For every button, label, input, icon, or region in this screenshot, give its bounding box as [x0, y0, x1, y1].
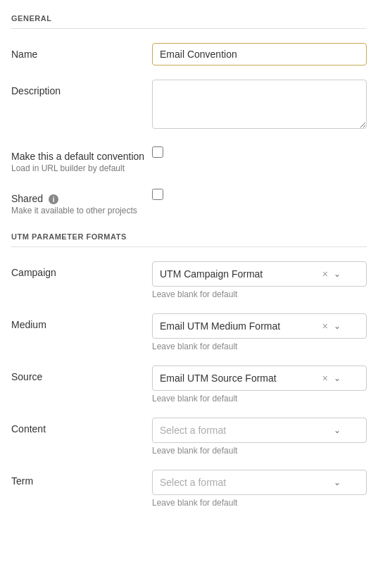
medium-clear-icon[interactable]: × — [322, 321, 328, 331]
shared-label-wrap: Shared i Make it available to other proj… — [11, 187, 152, 215]
campaign-select[interactable]: UTM Campaign Format × ⌄ — [152, 261, 367, 287]
campaign-hint: Leave blank for default — [152, 289, 367, 299]
name-label: Name — [11, 43, 152, 60]
term-select[interactable]: Select a format ⌄ — [152, 470, 367, 495]
utm-section-title: UTM PARAMETER FORMATS — [11, 232, 367, 247]
default-convention-label-wrap: Make this a default convention Load in U… — [11, 145, 152, 173]
campaign-select-actions: × ⌄ — [322, 269, 341, 279]
content-chevron-icon: ⌄ — [334, 425, 341, 435]
term-control: Select a format ⌄ Leave blank for defaul… — [152, 470, 367, 508]
description-textarea[interactable] — [152, 80, 367, 129]
medium-select-wrapper: Email UTM Medium Format × ⌄ — [152, 313, 367, 339]
medium-hint: Leave blank for default — [152, 342, 367, 351]
term-chevron-icon: ⌄ — [334, 477, 341, 487]
source-clear-icon[interactable]: × — [322, 373, 328, 383]
source-control: Email UTM Source Format × ⌄ Leave blank … — [152, 365, 367, 404]
campaign-control: UTM Campaign Format × ⌄ Leave blank for … — [152, 261, 367, 299]
general-section: GENERAL Name Description Make this a def… — [11, 14, 367, 215]
content-select[interactable]: Select a format ⌄ — [152, 418, 367, 443]
term-select-placeholder: Select a format — [160, 477, 334, 488]
campaign-label: Campaign — [11, 261, 152, 278]
utm-section: UTM PARAMETER FORMATS Campaign UTM Campa… — [11, 232, 367, 508]
name-input[interactable] — [152, 43, 367, 65]
content-control: Select a format ⌄ Leave blank for defaul… — [152, 418, 367, 456]
campaign-clear-icon[interactable]: × — [322, 269, 328, 279]
medium-label: Medium — [11, 313, 152, 330]
term-hint: Leave blank for default — [152, 498, 367, 508]
term-select-actions: ⌄ — [334, 477, 341, 487]
description-row: Description — [11, 80, 367, 131]
default-convention-label: Make this a default convention — [11, 151, 152, 162]
source-hint: Leave blank for default — [152, 394, 367, 404]
content-hint: Leave blank for default — [152, 446, 367, 456]
medium-select-actions: × ⌄ — [322, 321, 341, 331]
default-convention-row: Make this a default convention Load in U… — [11, 145, 367, 173]
campaign-select-value: UTM Campaign Format — [160, 268, 322, 280]
term-row: Term Select a format ⌄ Leave blank for d… — [11, 470, 367, 508]
term-label: Term — [11, 470, 152, 487]
term-select-wrapper: Select a format ⌄ — [152, 470, 367, 495]
shared-control — [152, 187, 367, 202]
source-label: Source — [11, 365, 152, 382]
name-row: Name — [11, 43, 367, 65]
source-row: Source Email UTM Source Format × ⌄ Leave… — [11, 365, 367, 404]
shared-checkbox[interactable] — [152, 189, 163, 200]
campaign-row: Campaign UTM Campaign Format × ⌄ Leave b… — [11, 261, 367, 299]
content-label: Content — [11, 418, 152, 434]
medium-row: Medium Email UTM Medium Format × ⌄ Leave… — [11, 313, 367, 351]
description-control — [152, 80, 367, 131]
content-select-wrapper: Select a format ⌄ — [152, 418, 367, 443]
campaign-chevron-icon: ⌄ — [334, 269, 341, 279]
default-convention-sublabel: Load in URL builder by default — [11, 163, 152, 173]
medium-select[interactable]: Email UTM Medium Format × ⌄ — [152, 313, 367, 339]
source-select[interactable]: Email UTM Source Format × ⌄ — [152, 365, 367, 391]
medium-control: Email UTM Medium Format × ⌄ Leave blank … — [152, 313, 367, 351]
content-row: Content Select a format ⌄ Leave blank fo… — [11, 418, 367, 456]
source-select-wrapper: Email UTM Source Format × ⌄ — [152, 365, 367, 391]
source-select-actions: × ⌄ — [322, 373, 341, 383]
shared-row: Shared i Make it available to other proj… — [11, 187, 367, 215]
source-chevron-icon: ⌄ — [334, 373, 341, 383]
content-select-placeholder: Select a format — [160, 425, 334, 436]
campaign-select-wrapper: UTM Campaign Format × ⌄ — [152, 261, 367, 287]
shared-sublabel: Make it available to other projects — [11, 206, 152, 215]
default-convention-checkbox[interactable] — [152, 146, 163, 158]
shared-info-icon: i — [49, 194, 58, 204]
name-control — [152, 43, 367, 65]
general-section-title: GENERAL — [11, 14, 367, 29]
content-select-actions: ⌄ — [334, 425, 341, 435]
default-convention-control — [152, 145, 367, 160]
medium-chevron-icon: ⌄ — [334, 321, 341, 331]
shared-label: Shared i — [11, 193, 152, 204]
medium-select-value: Email UTM Medium Format — [160, 320, 322, 332]
description-label: Description — [11, 80, 152, 96]
source-select-value: Email UTM Source Format — [160, 373, 322, 384]
